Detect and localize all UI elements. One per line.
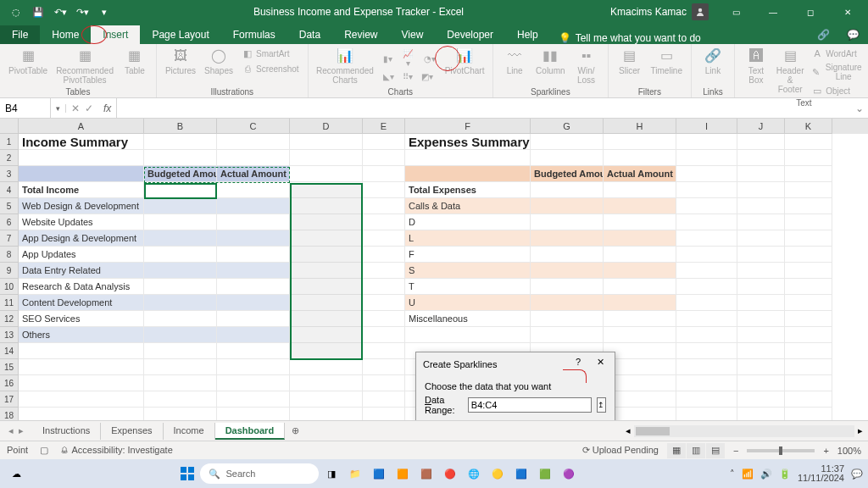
- cell-D7[interactable]: [290, 230, 363, 247]
- cell-G4[interactable]: [531, 182, 604, 198]
- tray-chevron-icon[interactable]: ˄: [730, 469, 735, 480]
- row-header-10[interactable]: 10: [0, 279, 19, 295]
- enter-edit-icon[interactable]: ✓: [85, 103, 93, 114]
- cell-E14[interactable]: [363, 343, 405, 359]
- cell-I14[interactable]: [676, 343, 737, 359]
- cell-F8[interactable]: F: [405, 247, 531, 263]
- cell-E13[interactable]: [363, 327, 405, 343]
- fx-icon[interactable]: fx: [98, 103, 116, 114]
- col-header-J[interactable]: J: [737, 119, 785, 134]
- cell-E7[interactable]: [363, 230, 405, 247]
- cell-J18[interactable]: [737, 408, 785, 420]
- cell-A12[interactable]: SEO Services: [19, 311, 144, 327]
- cell-I11[interactable]: [676, 295, 737, 311]
- cell-E9[interactable]: [363, 263, 405, 279]
- cell-B6[interactable]: [144, 214, 217, 230]
- tab-home[interactable]: Home: [40, 25, 91, 44]
- cell-J9[interactable]: [737, 263, 785, 279]
- autosave-toggle[interactable]: ◌: [7, 3, 25, 21]
- signature-line-button[interactable]: ✎Signature Line: [808, 61, 867, 83]
- view-normal-icon[interactable]: ▦: [667, 443, 686, 458]
- chart-pie-icon[interactable]: ◔▾: [420, 47, 439, 69]
- cell-A9[interactable]: Data Entry Related: [19, 263, 144, 279]
- cell-I7[interactable]: [676, 230, 737, 247]
- cell-B13[interactable]: [144, 327, 217, 343]
- new-sheet-icon[interactable]: ⊕: [285, 425, 305, 436]
- row-header-16[interactable]: 16: [0, 375, 19, 391]
- row-header-2[interactable]: 2: [0, 150, 19, 166]
- cell-H9[interactable]: [604, 263, 676, 279]
- cell-I15[interactable]: [676, 359, 737, 375]
- tab-help[interactable]: Help: [505, 25, 550, 44]
- cell-E5[interactable]: [363, 198, 405, 214]
- maximize-icon[interactable]: ◻: [793, 0, 827, 24]
- row-header-12[interactable]: 12: [0, 311, 19, 327]
- cell-K8[interactable]: [785, 247, 832, 263]
- cell-B10[interactable]: [144, 279, 217, 295]
- tab-file[interactable]: File: [0, 25, 40, 44]
- cell-J6[interactable]: [737, 214, 785, 230]
- sheet-nav-next-icon[interactable]: ▸: [19, 425, 24, 436]
- cell-A11[interactable]: Content Development: [19, 295, 144, 311]
- col-header-I[interactable]: I: [676, 119, 737, 134]
- cell-I8[interactable]: [676, 247, 737, 263]
- cell-I13[interactable]: [676, 327, 737, 343]
- user-account[interactable]: Kmacims Kamac: [604, 3, 715, 20]
- cell-G10[interactable]: [531, 279, 604, 295]
- data-range-picker-icon[interactable]: ↥: [597, 397, 606, 413]
- undo-icon[interactable]: ↶▾: [51, 3, 70, 21]
- view-page-layout-icon[interactable]: ▥: [687, 443, 705, 458]
- cell-A18[interactable]: [19, 408, 144, 420]
- cell-C5[interactable]: [217, 198, 290, 214]
- cell-I10[interactable]: [676, 279, 737, 295]
- cell-J5[interactable]: [737, 198, 785, 214]
- weather-widget[interactable]: ☁: [5, 463, 27, 485]
- cell-J8[interactable]: [737, 247, 785, 263]
- pivottable-button[interactable]: ▦PivotTable: [5, 46, 51, 77]
- excel-icon[interactable]: 🟩: [534, 463, 556, 485]
- cell-G8[interactable]: [531, 247, 604, 263]
- cell-K11[interactable]: [785, 295, 832, 311]
- cell-C9[interactable]: [217, 263, 290, 279]
- col-header-K[interactable]: K: [785, 119, 832, 134]
- select-all-corner[interactable]: [0, 119, 19, 134]
- data-range-input[interactable]: [468, 397, 592, 413]
- tab-view[interactable]: View: [390, 25, 436, 44]
- row-header-17[interactable]: 17: [0, 391, 19, 408]
- cell-E12[interactable]: [363, 311, 405, 327]
- cell-E10[interactable]: [363, 279, 405, 295]
- wordart-button[interactable]: AWordArt: [808, 46, 867, 61]
- cell-D9[interactable]: [290, 263, 363, 279]
- cell-G5[interactable]: [531, 198, 604, 214]
- cell-J16[interactable]: [737, 375, 785, 391]
- hscroll-track[interactable]: [634, 425, 854, 437]
- cell-H10[interactable]: [604, 279, 676, 295]
- app-icon-3[interactable]: 🟫: [415, 463, 437, 485]
- cell-J15[interactable]: [737, 359, 785, 375]
- chart-line-icon[interactable]: 📈▾: [398, 47, 419, 69]
- cell-F7[interactable]: L: [405, 230, 531, 247]
- cell-A4[interactable]: Total Income: [19, 182, 144, 198]
- dialog-help-icon[interactable]: ?: [570, 357, 586, 372]
- cell-H5[interactable]: [604, 198, 676, 214]
- cell-G7[interactable]: [531, 230, 604, 247]
- textbox-button[interactable]: 🅰Text Box: [740, 46, 772, 86]
- tell-me-search[interactable]: 💡 Tell me what you want to do: [550, 32, 709, 44]
- cell-K9[interactable]: [785, 263, 832, 279]
- cell-K14[interactable]: [785, 343, 832, 359]
- cell-H1[interactable]: [604, 134, 676, 150]
- cell-H3[interactable]: Actual Amount: [604, 166, 676, 182]
- cell-H7[interactable]: [604, 230, 676, 247]
- cell-A5[interactable]: Web Design & Development: [19, 198, 144, 214]
- cell-C16[interactable]: [217, 375, 290, 391]
- cell-K18[interactable]: [785, 408, 832, 420]
- cell-B12[interactable]: [144, 311, 217, 327]
- header-footer-button[interactable]: ▤Header & Footer: [774, 46, 806, 96]
- cell-J2[interactable]: [737, 150, 785, 166]
- cell-B11[interactable]: [144, 295, 217, 311]
- cell-D16[interactable]: [290, 375, 363, 391]
- cell-J12[interactable]: [737, 311, 785, 327]
- tab-data[interactable]: Data: [287, 25, 332, 44]
- cell-I9[interactable]: [676, 263, 737, 279]
- row-header-3[interactable]: 3: [0, 166, 19, 182]
